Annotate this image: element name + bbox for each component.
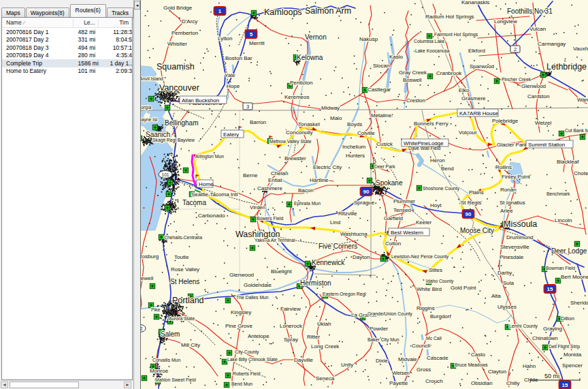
place-label: Creston <box>406 97 425 104</box>
place-label: Spray <box>284 337 298 343</box>
place-label: Sula <box>503 280 514 286</box>
place-label: Vernon <box>305 33 327 41</box>
place-label: Barron <box>250 119 266 125</box>
place-label: Spokane <box>376 179 403 187</box>
route-cell: 11:28:3 <box>99 29 132 35</box>
tab-routes-6-[interactable]: Routes(6) <box>70 4 106 17</box>
waypoint-label[interactable]: WhitePineLodge <box>402 139 448 146</box>
place-label: Dillon <box>561 315 574 322</box>
place-label: Lethbridge <box>546 62 587 72</box>
place-label: Pemberton <box>172 30 198 36</box>
waypoint-label[interactable]: Summit Station <box>526 140 573 148</box>
panel-splitter[interactable]: ◂ <box>133 0 141 389</box>
place-label: Penticton <box>290 80 312 86</box>
place-label: Chelan <box>271 170 288 176</box>
waypoint-label[interactable]: Home <box>197 180 214 187</box>
route-row[interactable]: 20070817 Day 2331 mi8:04:5 <box>2 36 132 44</box>
place-label: Carbonado <box>198 213 225 219</box>
place-label: Gross <box>416 367 431 373</box>
place-label: Mill City <box>181 342 200 348</box>
place-label: Rose Valley <box>171 266 199 273</box>
place-label: Baker City Mun <box>368 337 399 343</box>
place-label: Plains <box>469 189 484 196</box>
place-label: Benchmark <box>546 191 570 196</box>
place-label: Arlington Mun <box>195 154 224 159</box>
place-label: Antelope <box>248 333 270 339</box>
place-label: Monroe <box>150 368 169 374</box>
place-label: Kamloops <box>264 7 302 17</box>
place-label: Gold Point <box>451 285 476 291</box>
place-label: Grasmere <box>461 95 486 102</box>
route-cell: 10:57:1 <box>99 44 132 51</box>
place-label: Hartline <box>310 177 329 183</box>
place-label: Rollins <box>495 164 512 170</box>
place-label: Graying <box>543 326 562 332</box>
place-label: Glenwood <box>521 83 546 89</box>
place-label: Hermiston <box>300 279 331 287</box>
place-label: Washington <box>235 230 280 239</box>
place-label: Goldendale <box>244 282 272 288</box>
place-label: Moose City <box>460 227 494 234</box>
place-label: Washtucna <box>340 231 368 237</box>
scrollbar-thumb[interactable] <box>10 382 79 388</box>
waypoint-label[interactable]: Best Western <box>389 228 429 236</box>
route-cell: 101 mi <box>74 67 99 74</box>
collapse-panel-icon[interactable]: ◂ <box>134 1 140 10</box>
route-row[interactable]: Home to Eatery101 mi2:09:3 <box>2 67 132 76</box>
route-cell: 331 mi <box>74 36 99 43</box>
place-label: Powder <box>370 326 388 332</box>
place-label: Bellingham <box>165 119 198 127</box>
route-row[interactable]: 20070819 Day 4280 mi4:35:4 <box>2 52 132 60</box>
place-label: Boston Bar <box>225 55 252 61</box>
place-label: Chehalis-Centralia <box>164 235 202 240</box>
route-row[interactable]: Complete Trip1586 mi1 day 1.. <box>2 59 132 67</box>
place-label: Malo <box>330 115 342 121</box>
place-label: Lind <box>330 219 340 225</box>
route-cell: 1 day 1.. <box>99 60 132 67</box>
place-label: Ritzville <box>338 211 357 217</box>
svg-text:KA7ARB House: KA7ARB House <box>459 110 498 116</box>
svg-text:5: 5 <box>250 31 253 37</box>
route-row[interactable]: 20070816 Day 1482 mi11:28:3 <box>2 28 132 36</box>
svg-text:15: 15 <box>547 286 553 292</box>
place-label: Monida <box>564 352 582 358</box>
column-header-le[interactable]: Le... <box>74 18 98 27</box>
place-label: Squamish <box>157 62 195 72</box>
place-label: Council <box>412 343 430 349</box>
place-label: Lake Koocanusa <box>415 48 450 53</box>
route-cell: 4:35:4 <box>99 52 132 59</box>
scrollbar-left-icon[interactable]: ◄ <box>1 382 8 388</box>
place-label: Unity <box>341 362 353 368</box>
routes-list-panel: Name∕Le...Tim 20070816 Day 1482 mi11:28:… <box>1 17 133 380</box>
place-label: Eastern Oregon Regl <box>323 292 366 297</box>
waypoint-label[interactable]: KA7ARB House <box>457 109 498 116</box>
place-label: Chinatown <box>532 335 558 341</box>
place-label: St Helens <box>170 278 199 285</box>
place-label: Boswell <box>403 77 422 83</box>
route-cell: Home to Eatery <box>2 67 74 74</box>
place-label: Dayville <box>294 357 314 363</box>
horizontal-scrollbar[interactable]: ◄ ► <box>0 380 133 389</box>
place-label: Midvale <box>398 356 417 362</box>
scrollbar-right-icon[interactable]: ► <box>124 382 131 388</box>
place-label: Cardston <box>527 93 549 99</box>
route-row[interactable]: 20070818 Day 3494 mi10:57:1 <box>2 44 132 52</box>
place-label: Kingsley <box>231 309 251 315</box>
place-label: Ulysses <box>497 304 517 310</box>
svg-text:WhitePineLodge: WhitePineLodge <box>404 140 444 146</box>
place-label: Entiat <box>268 177 282 183</box>
waypoint-label[interactable]: Eatery <box>221 130 244 138</box>
place-label: Bert Mooney <box>561 274 588 280</box>
place-label: Corvallis Mun <box>152 358 180 362</box>
column-header-name[interactable]: Name∕ <box>2 18 74 27</box>
waypoint-label[interactable]: Allan Buckshon <box>180 96 227 104</box>
svg-text:90: 90 <box>466 211 472 217</box>
routes-table-header: Name∕Le...Tim <box>2 18 132 28</box>
place-label: Vulcan <box>529 26 546 32</box>
column-header-tim[interactable]: Tim <box>99 18 132 27</box>
place-label: Salem <box>161 330 180 338</box>
routes-table-body: 20070816 Day 1482 mi11:28:320070817 Day … <box>2 28 132 75</box>
place-label: Berne <box>243 172 258 178</box>
svg-text:Best Western: Best Western <box>391 230 423 236</box>
place-label: Brewster <box>284 155 306 161</box>
